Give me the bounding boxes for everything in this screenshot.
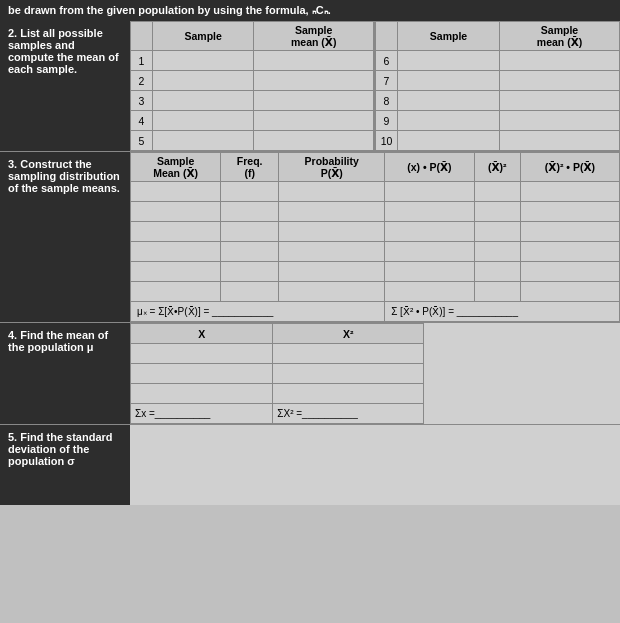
col-sample-mean: SampleMean (X̄) — [131, 153, 221, 182]
section-3: 3. Construct the sampling distribution o… — [0, 152, 620, 323]
table-row — [131, 344, 424, 364]
row-mean[interactable] — [500, 71, 620, 91]
row-sample[interactable] — [398, 71, 500, 91]
col-x2: X² — [273, 324, 424, 344]
col-sample-left: Sample — [153, 22, 254, 51]
table-row: 6 — [376, 51, 620, 71]
row-sample[interactable] — [153, 71, 254, 91]
row-mean[interactable] — [500, 131, 620, 151]
section-2-content: Sample Samplemean (X̄) 1 2 — [130, 21, 620, 151]
section-3-content: SampleMean (X̄) Freq.(f) ProbabilityP(X̄… — [130, 152, 620, 322]
row-num: 1 — [131, 51, 153, 71]
row-mean[interactable] — [254, 51, 374, 71]
sum-row: Σx =__________ ΣX² =__________ — [131, 404, 424, 424]
section3-table: SampleMean (X̄) Freq.(f) ProbabilityP(X̄… — [130, 152, 620, 322]
section-4: 4. Find the mean of the population μ X X… — [0, 323, 620, 425]
col-mean-right: Samplemean (X̄) — [500, 22, 620, 51]
section-4-label: 4. Find the mean of the population μ — [0, 323, 130, 424]
row-mean[interactable] — [254, 71, 374, 91]
col-xbar-sq: (X̄)² — [474, 153, 520, 182]
col-x: X — [131, 324, 273, 344]
row-num: 9 — [376, 111, 398, 131]
table-row: 2 — [131, 71, 375, 91]
table-row — [131, 282, 620, 302]
section-2-label: 2. List all possible samples and compute… — [0, 21, 130, 151]
col-num-left — [131, 22, 153, 51]
table-row: 8 — [376, 91, 620, 111]
row-sample[interactable] — [153, 111, 254, 131]
row-sample[interactable] — [153, 91, 254, 111]
row-sample[interactable] — [398, 131, 500, 151]
table-row — [131, 202, 620, 222]
table-row: 10 — [376, 131, 620, 151]
sum-x-label: Σx =__________ — [131, 404, 273, 424]
col-freq: Freq.(f) — [221, 153, 279, 182]
row-sample[interactable] — [153, 51, 254, 71]
formula-row: μₓ = Σ[X̄•P(X̄)] = ___________ Σ [X̄² • … — [131, 302, 620, 322]
page: be drawn from the given population by us… — [0, 0, 620, 505]
section-5-content — [130, 425, 620, 505]
row-num: 7 — [376, 71, 398, 91]
section-4-content: X X² — [130, 323, 620, 424]
section2-table-right: Sample Samplemean (X̄) 6 7 — [375, 21, 620, 151]
row-mean[interactable] — [254, 131, 374, 151]
table-row — [131, 384, 424, 404]
row-sample[interactable] — [398, 111, 500, 131]
row-num: 2 — [131, 71, 153, 91]
row-num: 10 — [376, 131, 398, 151]
table-row — [131, 262, 620, 282]
row-sample[interactable] — [398, 91, 500, 111]
row-num: 5 — [131, 131, 153, 151]
row-num: 4 — [131, 111, 153, 131]
section-5: 5. Find the standard deviation of the po… — [0, 425, 620, 505]
row-num: 6 — [376, 51, 398, 71]
col-mean-left: Samplemean (X̄) — [254, 22, 374, 51]
col-probability: ProbabilityP(X̄) — [279, 153, 385, 182]
table-row: 9 — [376, 111, 620, 131]
row-sample[interactable] — [398, 51, 500, 71]
row-mean[interactable] — [254, 111, 374, 131]
row-mean[interactable] — [500, 111, 620, 131]
row-mean[interactable] — [500, 91, 620, 111]
row-num: 3 — [131, 91, 153, 111]
table-row — [131, 222, 620, 242]
table-row: 1 — [131, 51, 375, 71]
formula-left: μₓ = Σ[X̄•P(X̄)] = ___________ — [131, 302, 385, 322]
table-row — [131, 364, 424, 384]
col-xbar-sq-px: (X̄)² • P(X̄) — [520, 153, 619, 182]
row-mean[interactable] — [500, 51, 620, 71]
col-sample-right: Sample — [398, 22, 500, 51]
row-sample[interactable] — [153, 131, 254, 151]
table-row — [131, 242, 620, 262]
table-row: 7 — [376, 71, 620, 91]
section-5-label: 5. Find the standard deviation of the po… — [0, 425, 130, 505]
sum-x2-label: ΣX² =__________ — [273, 404, 424, 424]
table-row — [131, 182, 620, 202]
row-num: 8 — [376, 91, 398, 111]
formula-right: Σ [X̄² • P(X̄)] = ___________ — [385, 302, 620, 322]
col-x-px: (x) • P(X̄) — [385, 153, 474, 182]
table-row: 5 — [131, 131, 375, 151]
col-num-right — [376, 22, 398, 51]
row-mean[interactable] — [254, 91, 374, 111]
section2-table-left: Sample Samplemean (X̄) 1 2 — [130, 21, 375, 151]
section-3-label: 3. Construct the sampling distribution o… — [0, 152, 130, 322]
header-text: be drawn from the given population by us… — [0, 0, 620, 21]
table-row: 3 — [131, 91, 375, 111]
table-row: 4 — [131, 111, 375, 131]
section4-table: X X² — [130, 323, 424, 424]
section-2: 2. List all possible samples and compute… — [0, 21, 620, 152]
